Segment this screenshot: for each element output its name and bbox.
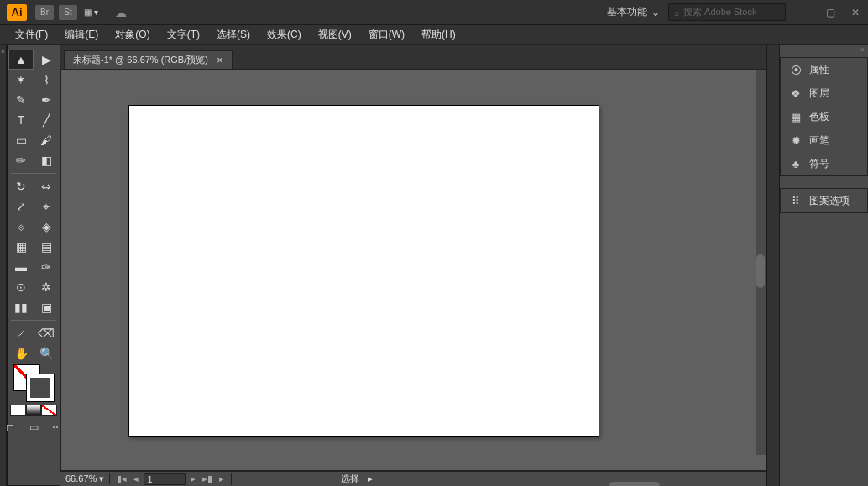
paintbrush-tool[interactable]: 🖌 <box>34 131 58 149</box>
line-tool[interactable]: ╱ <box>34 111 58 129</box>
menu-object[interactable]: 对象(O) <box>107 26 158 44</box>
menu-select[interactable]: 选择(S) <box>208 26 259 44</box>
width-tool[interactable]: ⌖ <box>34 197 58 216</box>
artboard[interactable] <box>128 105 599 437</box>
magic-wand-tool[interactable]: ✶ <box>9 71 33 89</box>
first-artboard-button[interactable]: ▮◂ <box>115 473 128 484</box>
toolbox: ▲ ▶ ✶ ⌇ ✎ ✒ T ╱ ▭ 🖌 ✏ ◧ ↻ ⇔ ⤢ ⌖ ⟐ ◈ ▦ ▤ … <box>7 45 60 486</box>
next-artboard-button[interactable]: ▸ <box>189 473 197 484</box>
column-graph-tool[interactable]: ▮▮ <box>9 298 33 316</box>
shape-builder-tool[interactable]: ◈ <box>34 217 58 236</box>
reflect-tool[interactable]: ⇔ <box>34 177 58 196</box>
menu-help[interactable]: 帮助(H) <box>413 26 464 44</box>
pencil-tool[interactable]: ✏ <box>9 151 33 170</box>
menu-type[interactable]: 文字(T) <box>159 26 208 44</box>
rectangle-tool[interactable]: ▭ <box>9 131 33 149</box>
swatches-icon: ▦ <box>789 110 803 123</box>
color-none-icon[interactable] <box>41 405 57 416</box>
eraser-tool[interactable]: ◧ <box>34 151 58 170</box>
symbols-label: 符号 <box>809 157 829 171</box>
close-button[interactable]: ✕ <box>843 3 868 23</box>
zoom-tool[interactable]: 🔍 <box>34 344 58 363</box>
current-tool-label: 选择 <box>332 473 368 485</box>
menu-effect[interactable]: 效果(C) <box>259 26 310 44</box>
vertical-scrollbar[interactable] <box>756 70 766 455</box>
properties-label: 属性 <box>809 63 829 77</box>
properties-panel-tab[interactable]: ⦿属性 <box>781 58 867 81</box>
color-mode-row <box>10 405 57 416</box>
layers-panel-tab[interactable]: ❖图层 <box>781 81 867 105</box>
hand-tool[interactable]: ✋ <box>9 344 33 363</box>
artboard-tool[interactable]: ▣ <box>34 298 58 316</box>
brushes-icon: ✹ <box>789 133 803 147</box>
color-solid-icon[interactable] <box>10 405 26 416</box>
menu-window[interactable]: 窗口(W) <box>360 26 413 44</box>
document-tab[interactable]: 未标题-1* @ 66.67% (RGB/预览) × <box>64 50 233 69</box>
workspace-label: 基本功能 <box>607 5 647 19</box>
panel-group-2: ⠿图案选项 <box>780 188 868 213</box>
draw-normal-icon[interactable]: ◻ <box>1 420 19 435</box>
sync-icon[interactable]: ☁ <box>115 6 127 19</box>
perspective-tool[interactable]: ▦ <box>9 238 33 256</box>
prev-artboard-button[interactable]: ◂ <box>132 473 140 484</box>
minimize-button[interactable]: ─ <box>792 3 818 23</box>
arrange-docs-icon[interactable]: ▦ ▾ <box>84 8 98 17</box>
separator <box>11 320 56 321</box>
free-transform-tool[interactable]: ⟐ <box>9 217 33 236</box>
menu-bar: 文件(F) 编辑(E) 对象(O) 文字(T) 选择(S) 效果(C) 视图(V… <box>0 25 868 45</box>
zoom-level[interactable]: 66.67% ▾ <box>60 473 110 484</box>
brushes-label: 画笔 <box>809 133 829 148</box>
brushes-panel-tab[interactable]: ✹画笔 <box>781 128 867 152</box>
last-artboard-button[interactable]: ▸▮ <box>201 473 214 484</box>
close-tab-icon[interactable]: × <box>217 54 223 66</box>
workspace-switcher[interactable]: 基本功能 ⌄ <box>599 5 668 19</box>
pattern-options-panel-tab[interactable]: ⠿图案选项 <box>781 189 867 212</box>
search-stock-input[interactable]: ⌕ 搜索 Adobe Stock <box>668 3 786 21</box>
ai-logo: Ai <box>7 4 27 21</box>
pen-tool[interactable]: ✎ <box>9 91 33 109</box>
menu-edit[interactable]: 编辑(E) <box>56 26 107 44</box>
artboard-nav-caret[interactable]: ▸ <box>217 473 226 484</box>
document-area: 未标题-1* @ 66.67% (RGB/预览) × 66.67% ▾ ▮◂ ◂… <box>60 45 766 486</box>
stock-icon[interactable]: St <box>59 5 77 20</box>
slice-tool[interactable]: ⟋ <box>9 324 33 342</box>
bridge-icon[interactable]: Br <box>35 5 54 20</box>
layers-icon: ❖ <box>789 86 803 100</box>
fill-stroke-swatches[interactable] <box>10 364 57 401</box>
search-icon: ⌕ <box>674 8 680 18</box>
curvature-tool[interactable]: ✒ <box>34 91 58 109</box>
mesh-tool[interactable]: ▤ <box>34 238 58 256</box>
menu-view[interactable]: 视图(V) <box>310 26 360 44</box>
symbols-panel-tab[interactable]: ♣符号 <box>781 152 867 175</box>
status-caret[interactable]: ▸ <box>368 473 373 484</box>
maximize-button[interactable]: ▢ <box>818 3 843 23</box>
panel-rail <box>766 45 779 486</box>
direct-selection-tool[interactable]: ▶ <box>34 50 58 69</box>
type-tool[interactable]: T <box>9 111 33 129</box>
selection-tool[interactable]: ▲ <box>9 50 33 69</box>
lasso-tool[interactable]: ⌇ <box>34 71 58 89</box>
swatches-label: 色板 <box>809 110 829 124</box>
canvas[interactable] <box>60 69 766 471</box>
artboard-navigator: ▮◂ ◂ 1 ▸ ▸▮ ▸ <box>110 473 232 485</box>
chevron-down-icon: ⌄ <box>651 7 660 18</box>
screen-mode-icon[interactable]: ▭ <box>24 420 43 435</box>
scale-tool[interactable]: ⤢ <box>9 197 33 216</box>
eyedropper-tool[interactable]: ✑ <box>34 258 58 276</box>
horizontal-scroll-thumb[interactable] <box>609 482 660 487</box>
blend-tool[interactable]: ⊙ <box>9 278 33 296</box>
collapse-panels-icon[interactable]: » <box>780 45 868 57</box>
menu-file[interactable]: 文件(F) <box>7 26 56 44</box>
gradient-tool[interactable]: ▬ <box>9 258 33 276</box>
color-gradient-icon[interactable] <box>26 405 42 416</box>
symbol-sprayer-tool[interactable]: ✲ <box>34 278 58 296</box>
vertical-scroll-thumb[interactable] <box>756 254 765 288</box>
hand-tool-alt[interactable]: ⌫ <box>34 324 58 342</box>
separator <box>11 173 56 174</box>
title-bar: Ai Br St ▦ ▾ ☁ 基本功能 ⌄ ⌕ 搜索 Adobe Stock ─… <box>0 0 868 25</box>
swatches-panel-tab[interactable]: ▦色板 <box>781 105 867 128</box>
artboard-index-input[interactable]: 1 <box>144 473 186 485</box>
stroke-swatch[interactable] <box>27 374 54 401</box>
rotate-tool[interactable]: ↻ <box>9 177 33 196</box>
collapse-icon[interactable]: « <box>0 45 6 55</box>
